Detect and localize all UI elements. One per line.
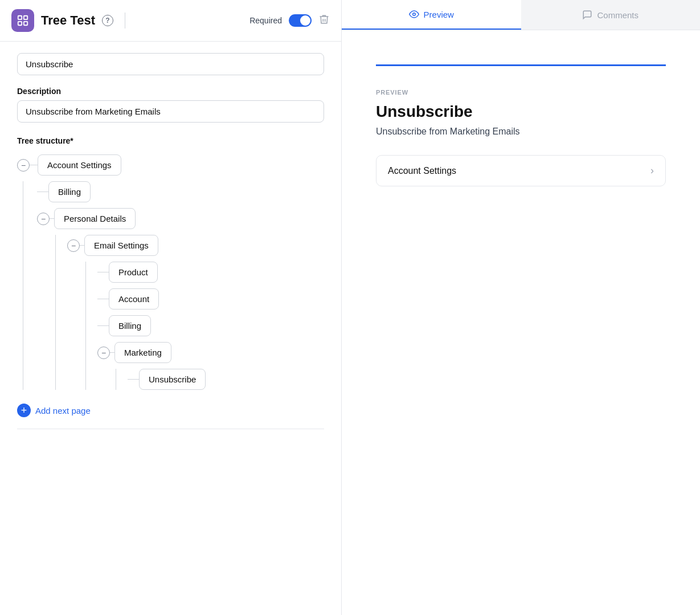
spacer — [376, 66, 666, 89]
tab-comments-label: Comments — [597, 10, 638, 20]
preview-item-label: Account Settings — [388, 166, 456, 176]
tree-row: Account — [97, 288, 324, 309]
node-email-settings[interactable]: Email Settings — [84, 235, 158, 256]
right-panel: Preview Comments PREVIEW Unsubscribe Uns… — [342, 0, 700, 615]
preview-description: Unsubscribe from Marketing Emails — [376, 127, 666, 137]
tab-comments[interactable]: Comments — [521, 0, 701, 30]
h-connector — [37, 192, 48, 192]
add-next-page-button[interactable]: + Add next page — [17, 404, 324, 417]
node-personal-details[interactable]: Personal Details — [54, 208, 136, 229]
left-panel: Tree Test ? Required Description Tree st… — [0, 0, 342, 615]
node-billing-1[interactable]: Billing — [48, 181, 91, 202]
collapse-btn[interactable]: − — [97, 347, 110, 359]
content-area: Description Tree structure* − Account Se… — [0, 42, 341, 452]
preview-title: Unsubscribe — [376, 103, 666, 121]
tree-row: − Account Settings — [17, 154, 324, 176]
svg-rect-1 — [24, 16, 27, 19]
h-connector — [110, 352, 114, 353]
tree-row: Product — [97, 262, 324, 283]
tree-structure: − Account Settings Billing − — [17, 154, 324, 390]
tabs-bar: Preview Comments — [342, 0, 700, 30]
comments-icon — [582, 10, 592, 20]
description-label: Description — [17, 87, 324, 96]
preview-icon — [409, 9, 419, 19]
subtree-l2: − Email Settings Product — [55, 235, 324, 390]
subtree-l1: Billing − Personal Details − — [23, 181, 324, 390]
page-title: Tree Test — [41, 13, 95, 28]
svg-rect-2 — [18, 22, 22, 25]
help-icon[interactable]: ? — [102, 15, 113, 26]
subtree-l3: Product Account — [85, 262, 324, 390]
svg-rect-3 — [24, 22, 27, 25]
tree-row: Unsubscribe — [128, 369, 324, 390]
tab-preview-label: Preview — [424, 10, 454, 19]
node-account-child[interactable]: Account — [109, 288, 159, 309]
required-label: Required — [249, 16, 282, 25]
preview-content: PREVIEW Unsubscribe Unsubscribe from Mar… — [342, 30, 700, 615]
collapse-btn[interactable]: − — [37, 213, 50, 225]
required-toggle[interactable] — [289, 14, 312, 27]
header: Tree Test ? Required — [0, 0, 341, 42]
h-connector — [80, 245, 84, 246]
node-unsubscribe[interactable]: Unsubscribe — [139, 369, 206, 390]
divider — [125, 13, 125, 28]
app-icon — [11, 9, 34, 32]
description-input[interactable] — [17, 100, 324, 123]
collapse-btn[interactable]: − — [17, 159, 30, 172]
h-connector — [30, 165, 38, 165]
tree-row: Billing — [37, 181, 324, 202]
tree-row: Billing — [97, 315, 324, 336]
add-next-page-label: Add next page — [35, 406, 91, 416]
chevron-right-icon: › — [650, 165, 654, 177]
tree-row: − Personal Details — [37, 208, 324, 229]
collapse-btn[interactable]: − — [67, 239, 80, 252]
node-product[interactable]: Product — [109, 262, 158, 283]
node-account-settings[interactable]: Account Settings — [38, 154, 121, 176]
h-connector — [97, 272, 109, 272]
h-connector — [128, 379, 139, 380]
h-connector — [97, 325, 109, 326]
header-right: Required — [249, 14, 330, 28]
node-marketing[interactable]: Marketing — [114, 342, 171, 363]
svg-rect-0 — [18, 16, 22, 19]
tab-preview[interactable]: Preview — [342, 0, 521, 30]
task-name-input[interactable] — [17, 53, 324, 75]
node-billing-2[interactable]: Billing — [109, 315, 151, 336]
tree-label: Tree structure* — [17, 136, 324, 145]
bottom-divider — [17, 429, 324, 429]
svg-point-4 — [412, 13, 415, 16]
h-connector — [50, 218, 54, 219]
preview-section-label: PREVIEW — [376, 89, 666, 96]
add-icon: + — [17, 404, 31, 417]
preview-item[interactable]: Account Settings › — [376, 155, 666, 186]
delete-icon[interactable] — [318, 14, 330, 28]
tree-row: − Marketing — [97, 342, 324, 363]
h-connector — [97, 299, 109, 299]
subtree-l4: Unsubscribe — [116, 369, 324, 390]
tree-row: − Email Settings — [67, 235, 324, 256]
